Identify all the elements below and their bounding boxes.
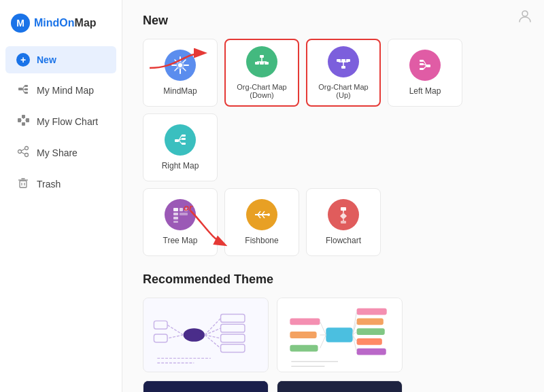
svg-line-49 <box>424 66 426 69</box>
map-card-left-map[interactable]: Left Map <box>388 39 462 107</box>
mind-map-icon <box>16 83 30 98</box>
recommended-section-title: Recommended Theme <box>143 272 524 287</box>
tree-map-label: Tree Map <box>163 236 198 245</box>
right-map-icon <box>165 124 196 156</box>
plus-icon: + <box>16 53 30 67</box>
map-card-right-map[interactable]: Right Map <box>143 113 218 181</box>
svg-point-69 <box>267 213 270 216</box>
logo: M MindOnMap <box>0 7 122 45</box>
svg-rect-111 <box>144 381 268 392</box>
map-card-org-up[interactable]: Org-Chart Map (Up) <box>306 39 381 107</box>
theme-card-3[interactable] <box>143 380 269 392</box>
theme-grid <box>143 298 524 392</box>
svg-point-16 <box>25 154 29 157</box>
share-icon <box>16 145 30 160</box>
svg-rect-1 <box>24 85 28 87</box>
new-section-title: New <box>143 14 524 28</box>
svg-rect-52 <box>182 138 186 140</box>
svg-rect-3 <box>24 92 28 94</box>
svg-rect-92 <box>326 327 352 342</box>
svg-rect-51 <box>182 135 186 137</box>
theme-card-4[interactable] <box>277 380 403 392</box>
svg-line-56 <box>179 141 182 144</box>
sidebar-item-new-label: New <box>37 54 56 65</box>
svg-rect-46 <box>420 68 424 70</box>
sidebar-item-my-mind-map[interactable]: My Mind Map <box>5 76 116 105</box>
map-card-flowchart[interactable]: Flowchart <box>306 188 381 256</box>
svg-line-19 <box>21 152 24 154</box>
map-type-grid: MindMap Org-Chart Map(Down) <box>143 39 524 181</box>
svg-point-25 <box>522 11 528 16</box>
right-map-label: Right Map <box>162 161 199 171</box>
svg-rect-7 <box>18 118 21 122</box>
flow-chart-icon <box>16 114 30 129</box>
theme-card-1[interactable] <box>143 298 269 372</box>
left-map-icon <box>409 50 441 81</box>
svg-rect-72 <box>341 221 346 224</box>
logo-icon: M <box>11 14 30 33</box>
svg-point-15 <box>25 147 29 150</box>
svg-rect-60 <box>173 221 178 223</box>
map-card-org-down[interactable]: Org-Chart Map(Down) <box>224 39 299 107</box>
fishbone-icon <box>246 199 277 230</box>
map-card-mindmap[interactable]: MindMap <box>143 39 218 107</box>
svg-rect-70 <box>341 207 346 211</box>
svg-point-42 <box>343 61 345 63</box>
svg-rect-104 <box>290 332 316 338</box>
map-type-grid-row2: Tree Map Fishbone <box>143 188 524 256</box>
svg-rect-36 <box>341 66 345 69</box>
org-up-label: Org-Chart Map (Up) <box>313 83 374 99</box>
svg-rect-53 <box>182 143 186 145</box>
flowchart-icon <box>328 199 359 230</box>
svg-line-4 <box>22 86 24 90</box>
sidebar-item-my-mind-map-label: My Mind Map <box>37 85 94 96</box>
svg-rect-127 <box>278 381 402 392</box>
svg-rect-59 <box>173 217 178 219</box>
sidebar-item-trash[interactable]: Trash <box>5 170 116 198</box>
flowchart-label: Flowchart <box>326 236 361 245</box>
mindmap-label: MindMap <box>163 86 197 96</box>
svg-rect-97 <box>357 349 386 355</box>
svg-rect-105 <box>290 345 318 352</box>
svg-point-76 <box>184 328 205 342</box>
svg-rect-96 <box>357 338 382 345</box>
svg-rect-62 <box>184 208 188 211</box>
main-content: New MindMap <box>122 0 544 392</box>
svg-rect-9 <box>22 122 25 126</box>
svg-rect-10 <box>26 118 29 122</box>
svg-rect-45 <box>420 63 424 65</box>
map-card-fishbone[interactable]: Fishbone <box>224 188 299 256</box>
svg-rect-57 <box>173 208 178 211</box>
svg-rect-61 <box>180 208 183 211</box>
svg-point-17 <box>18 150 22 154</box>
map-card-tree-map[interactable]: Tree Map <box>143 188 218 256</box>
org-down-label: Org-Chart Map(Down) <box>237 83 286 99</box>
svg-rect-0 <box>18 88 22 90</box>
svg-rect-103 <box>290 318 320 325</box>
left-map-label: Left Map <box>409 86 441 96</box>
svg-rect-63 <box>180 213 188 215</box>
sidebar: M MindOnMap + New My Mind Map My Flow Ch… <box>0 0 122 392</box>
svg-rect-2 <box>24 88 28 90</box>
svg-rect-20 <box>20 181 27 188</box>
sidebar-item-my-flow-chart[interactable]: My Flow Chart <box>5 107 116 136</box>
tree-map-icon <box>165 199 196 230</box>
sidebar-item-my-flow-chart-label: My Flow Chart <box>37 116 98 127</box>
svg-rect-28 <box>260 55 264 58</box>
svg-rect-43 <box>426 65 430 67</box>
theme-card-2[interactable] <box>277 298 403 372</box>
svg-marker-71 <box>340 213 347 219</box>
svg-rect-50 <box>175 139 179 142</box>
sidebar-item-my-share[interactable]: My Share <box>5 139 116 167</box>
svg-rect-8 <box>22 115 25 118</box>
user-icon[interactable] <box>517 8 533 29</box>
svg-rect-93 <box>357 308 387 315</box>
svg-rect-95 <box>357 328 385 335</box>
sidebar-item-new[interactable]: + New <box>5 46 116 73</box>
svg-line-18 <box>21 149 24 151</box>
svg-rect-94 <box>357 318 384 325</box>
trash-icon <box>16 177 30 192</box>
svg-rect-58 <box>173 213 178 215</box>
org-down-icon <box>246 46 277 77</box>
fishbone-label: Fishbone <box>245 236 278 245</box>
